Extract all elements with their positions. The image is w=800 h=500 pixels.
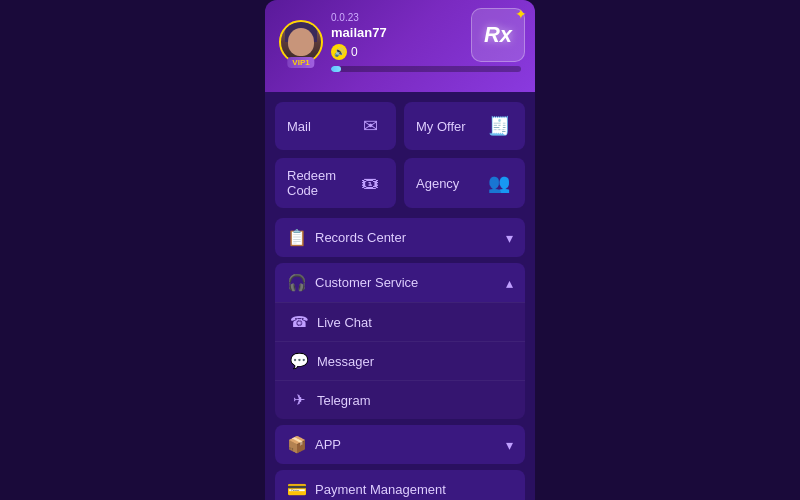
records-center-icon: 📋 <box>287 228 307 247</box>
menu-item-my-offer[interactable]: My Offer 🧾 <box>404 102 525 150</box>
records-center-label: Records Center <box>315 230 406 245</box>
main-panel: VIP1 0.0.23 mailan77 🔊 0 ✦ Rx M <box>265 0 535 500</box>
customer-service-chevron: ▴ <box>506 275 513 291</box>
my-offer-icon: 🧾 <box>485 112 513 140</box>
menu-item-mail[interactable]: Mail ✉ <box>275 102 396 150</box>
app-label: APP <box>315 437 341 452</box>
customer-service-subitems: ☎ Live Chat 💬 Messager ✈ Telegram <box>275 302 525 419</box>
customer-service-icon: 🎧 <box>287 273 307 292</box>
menu-item-redeem-code[interactable]: RedeemCode 🎟 <box>275 158 396 208</box>
section-list: 📋 Records Center ▾ 🎧 Customer Service ▴ … <box>265 218 535 500</box>
mail-icon: ✉ <box>356 112 384 140</box>
menu-item-agency[interactable]: Agency 👥 <box>404 158 525 208</box>
my-offer-label: My Offer <box>416 119 466 134</box>
app-icon: 📦 <box>287 435 307 454</box>
payment-management-icon: 💳 <box>287 480 307 499</box>
messager-item[interactable]: 💬 Messager <box>275 341 525 380</box>
menu-grid: Mail ✉ My Offer 🧾 RedeemCode 🎟 Agency 👥 <box>265 92 535 218</box>
customer-service-section: 🎧 Customer Service ▴ ☎ Live Chat 💬 Messa… <box>275 263 525 419</box>
logo-area: ✦ Rx <box>471 8 525 62</box>
customer-service-row[interactable]: 🎧 Customer Service ▴ <box>275 263 525 302</box>
vip-badge: VIP1 <box>287 57 314 68</box>
app-chevron: ▾ <box>506 437 513 453</box>
currency-value: 0 <box>351 45 358 59</box>
currency-icon: 🔊 <box>331 44 347 60</box>
payment-management-label: Payment Management <box>315 482 446 497</box>
header: VIP1 0.0.23 mailan77 🔊 0 ✦ Rx <box>265 0 535 92</box>
progress-fill <box>331 66 341 72</box>
messager-icon: 💬 <box>289 352 309 370</box>
live-chat-icon: ☎ <box>289 313 309 331</box>
payment-management-row[interactable]: 💳 Payment Management <box>275 470 525 500</box>
redeem-code-icon: 🎟 <box>356 169 384 197</box>
records-center-row[interactable]: 📋 Records Center ▾ <box>275 218 525 257</box>
app-row[interactable]: 📦 APP ▾ <box>275 425 525 464</box>
messager-label: Messager <box>317 354 374 369</box>
telegram-item[interactable]: ✈ Telegram <box>275 380 525 419</box>
progress-bar <box>331 66 521 72</box>
customer-service-label: Customer Service <box>315 275 418 290</box>
telegram-icon: ✈ <box>289 391 309 409</box>
telegram-label: Telegram <box>317 393 370 408</box>
agency-label: Agency <box>416 176 459 191</box>
mail-label: Mail <box>287 119 311 134</box>
agency-icon: 👥 <box>485 169 513 197</box>
records-center-chevron: ▾ <box>506 230 513 246</box>
logo-rx: Rx <box>484 22 512 48</box>
avatar: VIP1 <box>279 20 323 64</box>
sparkle-icon: ✦ <box>515 6 527 22</box>
live-chat-label: Live Chat <box>317 315 372 330</box>
live-chat-item[interactable]: ☎ Live Chat <box>275 302 525 341</box>
redeem-code-label: RedeemCode <box>287 168 336 198</box>
